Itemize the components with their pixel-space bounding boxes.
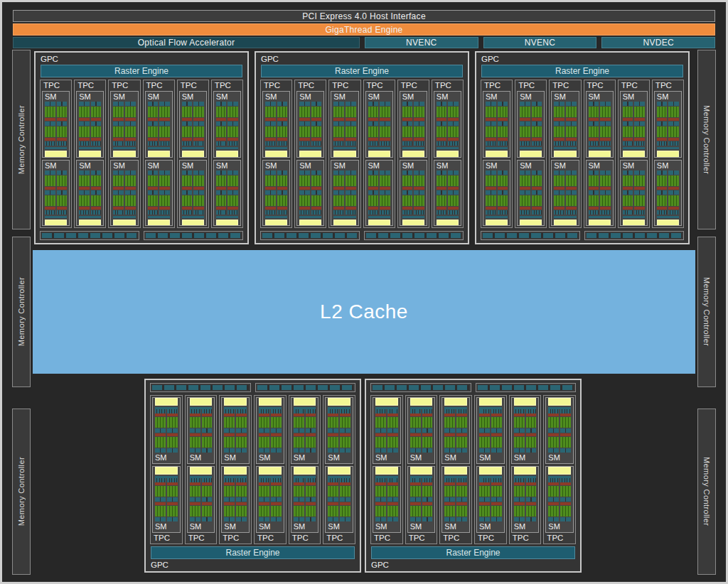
tensor-core-bar	[479, 413, 490, 416]
tensor-core-bar	[486, 118, 496, 121]
tpc-block: TPC SM	[40, 80, 72, 228]
sm-stack: SM SM	[517, 91, 545, 226]
tensor-core-bar	[491, 482, 502, 485]
cuda-core-grid	[57, 126, 68, 137]
warp-scheduler-bar	[333, 102, 344, 106]
sm-core-column	[340, 478, 350, 522]
tensor-core-bar	[422, 482, 433, 485]
tpc-row: TPC SM	[481, 80, 684, 228]
cuda-core-grid	[566, 126, 577, 137]
sm-stack: SM SM	[213, 91, 241, 226]
sm-label: SM	[375, 522, 398, 531]
warp-scheduler-bar	[437, 190, 447, 195]
sm-stack: SM SM	[262, 91, 290, 226]
sm-core-column	[668, 171, 679, 215]
warp-scheduler-bar	[113, 171, 124, 175]
warp-scheduler-bar	[387, 428, 398, 433]
sm-core-column	[380, 102, 390, 146]
tensor-core-bar	[91, 118, 102, 121]
sm-block: SM	[296, 91, 324, 158]
tpc-label: TPC	[187, 533, 215, 544]
sm-core-column	[456, 478, 467, 522]
sm-core-columns	[486, 171, 508, 215]
sm-core-columns	[294, 478, 316, 522]
register-file-block	[479, 398, 502, 406]
memory-controller-bar: Memory Controller	[697, 50, 716, 229]
tensor-core-bar	[333, 118, 344, 121]
sm-core-columns	[155, 409, 178, 453]
tpc-block: TPC SM	[74, 80, 106, 228]
tensor-core-bar	[560, 502, 571, 505]
warp-scheduler-bar	[91, 102, 102, 106]
register-file-block	[155, 467, 178, 475]
tensor-core-bar	[514, 433, 525, 436]
tensor-core-bar	[368, 118, 379, 121]
cuda-core-grid	[375, 417, 386, 428]
warp-scheduler-bar	[566, 121, 577, 126]
warp-scheduler-bar	[532, 121, 542, 126]
tpc-block: TPC SM	[143, 80, 175, 228]
tensor-core-bar	[182, 138, 193, 141]
ldst-unit-row	[600, 141, 611, 146]
cuda-core-grid	[448, 195, 459, 206]
cuda-core-grid	[224, 437, 235, 448]
tensor-core-bar	[387, 502, 398, 505]
sm-block: SM	[400, 160, 427, 227]
cuda-core-grid	[167, 506, 178, 517]
tensor-core-bar	[155, 502, 166, 505]
sm-label: SM	[375, 453, 398, 463]
ldst-unit-row	[368, 210, 379, 215]
warp-scheduler-bar	[299, 102, 310, 106]
register-file-block	[328, 398, 350, 406]
tensor-core-bar	[589, 138, 599, 141]
warp-scheduler-bar	[554, 190, 564, 195]
cuda-core-grid	[414, 195, 424, 206]
sm-core-columns	[444, 478, 467, 522]
sm-label: SM	[113, 92, 135, 102]
sm-core-column	[79, 102, 90, 146]
ldst-unit-row	[520, 141, 530, 146]
cuda-core-grid	[113, 126, 124, 137]
tpc-row: TPC SM	[370, 395, 576, 544]
cuda-core-grid	[402, 195, 413, 206]
tensor-core-bar	[600, 118, 611, 121]
sm-label: SM	[437, 92, 459, 102]
tpc-block: TPC SM	[543, 395, 576, 544]
tensor-core-bar	[548, 502, 559, 505]
sm-core-columns	[79, 171, 101, 215]
tensor-core-bar	[554, 207, 564, 210]
warp-scheduler-bar	[277, 190, 288, 195]
warp-scheduler-bar	[526, 497, 537, 502]
sm-core-column	[375, 409, 386, 453]
cuda-core-grid	[657, 126, 668, 137]
warp-scheduler-bar	[167, 497, 178, 502]
register-file-block	[294, 467, 316, 475]
sm-core-columns	[216, 171, 238, 215]
tensor-core-bar	[668, 187, 679, 190]
warp-scheduler-bar	[380, 102, 390, 106]
sm-block: SM	[373, 397, 401, 464]
warp-scheduler-bar	[623, 102, 633, 106]
cuda-core-grid	[514, 437, 525, 448]
tpc-label: TPC	[331, 80, 358, 91]
ldst-unit-row	[125, 141, 136, 146]
sm-label: SM	[479, 522, 502, 531]
cuda-core-grid	[532, 126, 542, 137]
sm-core-column	[148, 171, 159, 215]
warp-scheduler-bar	[193, 102, 204, 106]
cuda-core-grid	[340, 437, 350, 448]
sm-label: SM	[402, 161, 424, 171]
warp-scheduler-bar	[375, 448, 386, 453]
sm-label: SM	[410, 522, 433, 531]
l1-cache-line	[437, 147, 459, 149]
tensor-core-bar	[193, 207, 204, 210]
warp-scheduler-bar	[271, 448, 282, 453]
warp-scheduler-bar	[589, 171, 599, 175]
sm-core-column	[125, 171, 136, 215]
register-file-block	[402, 220, 424, 227]
sm-label: SM	[224, 453, 247, 463]
warp-scheduler-bar	[236, 428, 247, 433]
sm-core-column	[216, 171, 227, 215]
cuda-core-grid	[380, 195, 390, 206]
cuda-core-grid	[125, 107, 136, 117]
